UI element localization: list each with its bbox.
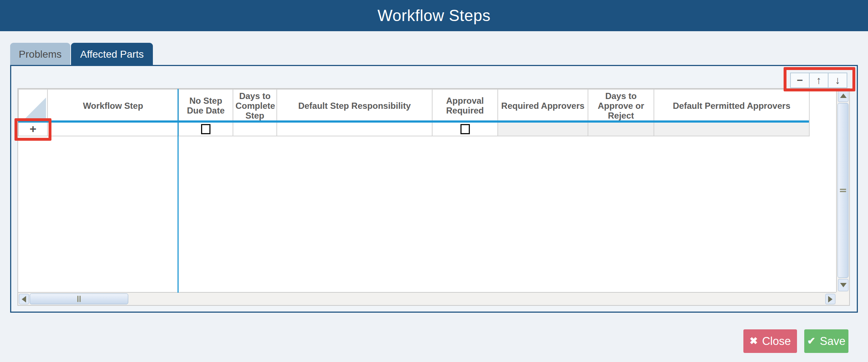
corner-triangle-icon [23, 98, 46, 121]
workflow-steps-dialog: Workflow Steps Problems Affected Parts −… [0, 0, 868, 362]
cell-days-to-approve-or-reject [588, 122, 654, 136]
scroll-up-button[interactable] [838, 90, 848, 102]
add-row-button[interactable]: + [18, 122, 47, 136]
vertical-scrollbar[interactable] [836, 89, 849, 292]
move-row-up-button[interactable]: ↑ [809, 73, 829, 88]
grid-header-row: Workflow Step No Step Due Date Days to C… [18, 89, 809, 122]
thumb-grip-icon [78, 296, 81, 302]
new-workflow-step-row: + [18, 122, 809, 136]
arrow-up-icon: ↑ [816, 74, 822, 86]
triangle-up-icon [840, 94, 847, 98]
current-row-indicator-line [18, 120, 809, 123]
triangle-left-icon [22, 296, 26, 303]
no-step-due-date-checkbox[interactable] [201, 124, 210, 134]
triangle-right-icon [828, 296, 832, 303]
approval-required-checkbox[interactable] [460, 124, 470, 134]
cell-approval-required [432, 122, 498, 136]
tab-affected-parts[interactable]: Affected Parts [71, 43, 153, 66]
col-header-days-to-complete-step: Days to Complete Step [233, 89, 277, 122]
save-check-icon: ✔ [807, 336, 815, 346]
thumb-grip-icon [840, 189, 846, 192]
save-button[interactable]: ✔ Save [804, 329, 848, 353]
scrollbar-corner [836, 292, 849, 305]
scroll-down-button[interactable] [838, 279, 848, 291]
page-title: Workflow Steps [377, 7, 491, 25]
cell-default-step-responsibility[interactable] [277, 122, 432, 136]
cell-workflow-step[interactable] [47, 122, 179, 136]
col-header-required-approvers: Required Approvers [498, 89, 588, 122]
cell-days-to-complete-step[interactable] [233, 122, 277, 136]
frozen-column-divider-line [178, 89, 179, 293]
horizontal-scrollbar[interactable] [18, 292, 836, 305]
remove-row-button[interactable]: − [790, 73, 810, 88]
tab-affected-parts-label: Affected Parts [80, 49, 143, 60]
dialog-titlebar: Workflow Steps [0, 0, 868, 31]
horizontal-scrollbar-thumb[interactable] [30, 293, 128, 304]
col-header-default-permitted-approvers: Default Permitted Approvers [654, 89, 809, 122]
col-header-approval-required: Approval Required [432, 89, 498, 122]
close-button[interactable]: ✖ Close [743, 329, 797, 353]
close-x-icon: ✖ [750, 336, 758, 346]
minus-icon: − [797, 74, 803, 86]
scroll-left-button[interactable] [19, 294, 29, 304]
move-row-down-button[interactable]: ↓ [828, 73, 847, 88]
col-header-days-to-approve-or-reject: Days to Approve or Reject [588, 89, 654, 122]
col-header-workflow-step: Workflow Step [47, 89, 179, 122]
col-header-default-step-responsibility: Default Step Responsibility [277, 89, 432, 122]
scroll-right-button[interactable] [825, 294, 835, 304]
workflow-steps-grid: Workflow Step No Step Due Date Days to C… [18, 89, 810, 136]
vertical-scrollbar-thumb[interactable] [838, 103, 848, 278]
grid-scroll-region: Workflow Step No Step Due Date Days to C… [17, 88, 850, 306]
cell-required-approvers [498, 122, 588, 136]
tab-problems-label: Problems [19, 49, 62, 60]
arrow-down-icon: ↓ [835, 74, 840, 86]
close-button-label: Close [762, 335, 791, 348]
save-button-label: Save [820, 335, 846, 348]
cell-no-step-due-date [179, 122, 233, 136]
triangle-down-icon [840, 283, 847, 287]
tab-problems[interactable]: Problems [10, 43, 70, 66]
col-header-no-step-due-date: No Step Due Date [179, 89, 233, 122]
affected-parts-panel: − ↑ ↓ [10, 65, 858, 313]
row-handle-header [18, 89, 47, 122]
grid-toolbar: − ↑ ↓ [791, 73, 847, 88]
cell-default-permitted-approvers [654, 122, 809, 136]
